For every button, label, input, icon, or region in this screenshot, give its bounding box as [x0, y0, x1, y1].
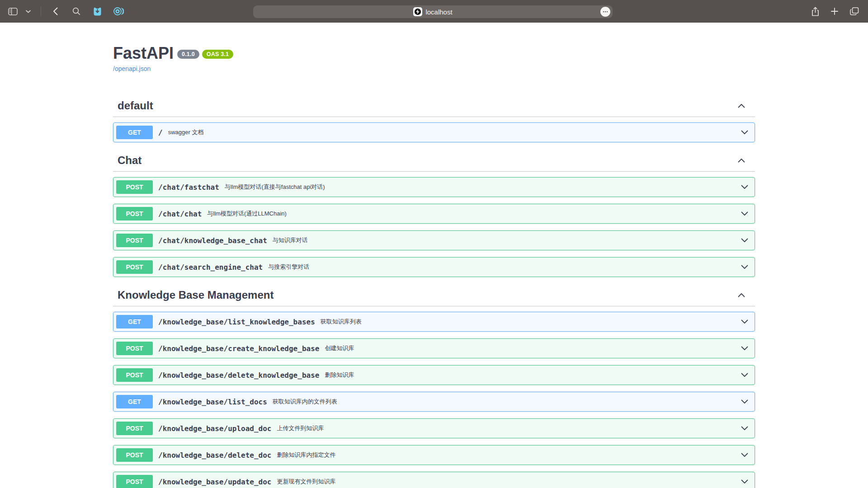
- endpoint-path: /knowledge_base/create_knowledge_base: [158, 344, 319, 353]
- share-button[interactable]: [811, 6, 820, 17]
- section-rows: POST /chat/fastchat 与llm模型对话(直接与fastchat…: [113, 172, 755, 277]
- endpoint-description: 删除知识库: [325, 371, 354, 379]
- endpoint-path: /knowledge_base/list_docs: [158, 398, 267, 406]
- chevron-down-icon: [741, 373, 748, 377]
- endpoint-row: POST /chat/knowledge_base_chat 与知识库对话: [113, 230, 755, 250]
- endpoint-row: POST /knowledge_base/upload_doc 上传文件到知识库: [113, 418, 755, 438]
- sidebar-toggle-icon: [8, 8, 18, 15]
- tab-overview-button[interactable]: [849, 6, 860, 16]
- chevron-down-icon: [741, 185, 748, 189]
- endpoint-description: 与搜索引擎对话: [268, 263, 309, 271]
- expand-endpoint-button[interactable]: [741, 479, 748, 484]
- tag-section: Knowledge Base Management GET /knowledge…: [113, 284, 755, 488]
- endpoint-path: /knowledge_base/upload_doc: [158, 424, 271, 433]
- endpoint-path: /knowledge_base/delete_knowledge_base: [158, 371, 319, 380]
- endpoint-description: 与知识库对话: [273, 236, 308, 244]
- chevron-down-icon: [26, 10, 31, 13]
- section-rows: GET / swagger 文档: [113, 117, 755, 142]
- method-badge: GET: [116, 126, 153, 139]
- expand-endpoint-button[interactable]: [741, 453, 748, 457]
- chevron-down-icon: [741, 319, 748, 324]
- tab-overview-icon: [850, 7, 859, 15]
- endpoint-row: GET / swagger 文档: [113, 122, 755, 142]
- expand-endpoint-button[interactable]: [741, 399, 748, 404]
- chevron-up-icon: [738, 103, 745, 108]
- chevron-down-icon: [741, 238, 748, 243]
- rings-extension-button[interactable]: [113, 6, 125, 17]
- download-extension-button[interactable]: [92, 6, 103, 17]
- fastapi-logo-icon: [414, 8, 421, 15]
- endpoint-description: 创建知识库: [325, 344, 354, 352]
- tag-section: Chat POST /chat/fastchat 与llm模型对话(直接与fas…: [113, 149, 755, 277]
- endpoint-summary[interactable]: POST /chat/knowledge_base_chat 与知识库对话: [113, 231, 755, 250]
- address-bar[interactable]: localhost: [253, 5, 613, 18]
- collapse-section-button[interactable]: [737, 292, 746, 298]
- endpoint-summary[interactable]: GET /knowledge_base/list_knowledge_bases…: [113, 312, 755, 331]
- api-sections: default GET / swagger 文档 Chat: [113, 94, 755, 488]
- section-title: default: [118, 99, 153, 112]
- endpoint-description: swagger 文档: [168, 128, 204, 136]
- endpoint-path: /chat/chat: [158, 210, 202, 218]
- chevron-down-icon: [741, 211, 748, 216]
- endpoint-summary[interactable]: GET / swagger 文档: [113, 123, 755, 142]
- endpoint-path: /knowledge_base/list_knowledge_bases: [158, 318, 315, 326]
- endpoint-summary[interactable]: POST /chat/search_engine_chat 与搜索引擎对话: [113, 258, 755, 277]
- page-title: FastAPI: [113, 44, 174, 62]
- section-title: Chat: [118, 154, 142, 167]
- section-header[interactable]: Knowledge Base Management: [113, 284, 755, 306]
- rings-extension-icon: [113, 7, 124, 16]
- method-badge: GET: [116, 395, 153, 408]
- endpoint-description: 获取知识库列表: [321, 318, 362, 326]
- chevron-down-icon: [741, 265, 748, 269]
- search-button[interactable]: [71, 6, 81, 16]
- method-badge: POST: [116, 422, 153, 435]
- endpoint-row: POST /chat/fastchat 与llm模型对话(直接与fastchat…: [113, 177, 755, 197]
- endpoint-row: POST /knowledge_base/delete_doc 删除知识库内指定…: [113, 445, 755, 465]
- endpoint-summary[interactable]: POST /chat/chat 与llm模型对话(通过LLMChain): [113, 204, 755, 223]
- expand-endpoint-button[interactable]: [741, 373, 748, 377]
- section-header[interactable]: default: [113, 94, 755, 117]
- endpoint-summary[interactable]: POST /knowledge_base/update_doc 更新现有文件到知…: [113, 472, 755, 488]
- collapse-section-button[interactable]: [737, 157, 746, 164]
- expand-endpoint-button[interactable]: [741, 319, 748, 324]
- endpoint-description: 与llm模型对话(直接与fastchat api对话): [225, 183, 325, 191]
- endpoint-path: /chat/knowledge_base_chat: [158, 236, 267, 245]
- tab-group-menu-button[interactable]: [25, 9, 32, 14]
- collapse-section-button[interactable]: [737, 103, 746, 109]
- browser-toolbar: localhost: [0, 0, 868, 23]
- endpoint-summary[interactable]: POST /knowledge_base/create_knowledge_ba…: [113, 339, 755, 358]
- endpoint-summary[interactable]: POST /knowledge_base/upload_doc 上传文件到知识库: [113, 419, 755, 438]
- oas-badge: OAS 3.1: [202, 50, 233, 59]
- page-settings-button[interactable]: [600, 7, 610, 17]
- plus-icon: [831, 8, 838, 15]
- endpoint-summary[interactable]: GET /knowledge_base/list_docs 获取知识库内的文件列…: [113, 392, 755, 411]
- endpoint-path: /chat/search_engine_chat: [158, 263, 263, 272]
- new-tab-button[interactable]: [830, 7, 839, 16]
- sidebar-toggle-button[interactable]: [7, 7, 19, 16]
- expand-endpoint-button[interactable]: [741, 346, 748, 351]
- method-badge: GET: [116, 315, 153, 328]
- endpoint-summary[interactable]: POST /knowledge_base/delete_doc 删除知识库内指定…: [113, 446, 755, 465]
- back-button[interactable]: [52, 6, 59, 16]
- endpoint-summary[interactable]: POST /chat/fastchat 与llm模型对话(直接与fastchat…: [113, 178, 755, 197]
- expand-endpoint-button[interactable]: [741, 265, 748, 269]
- openapi-json-link[interactable]: /openapi.json: [113, 65, 151, 73]
- expand-endpoint-button[interactable]: [741, 426, 748, 431]
- expand-endpoint-button[interactable]: [741, 238, 748, 243]
- endpoint-summary[interactable]: POST /knowledge_base/delete_knowledge_ba…: [113, 366, 755, 385]
- downloader-extension-icon: [93, 7, 102, 16]
- endpoint-path: /knowledge_base/update_doc: [158, 478, 271, 486]
- expand-endpoint-button[interactable]: [741, 130, 748, 135]
- method-badge: POST: [116, 448, 153, 462]
- expand-endpoint-button[interactable]: [741, 185, 748, 189]
- section-header[interactable]: Chat: [113, 149, 755, 172]
- method-badge: POST: [116, 234, 153, 247]
- endpoint-row: POST /chat/search_engine_chat 与搜索引擎对话: [113, 257, 755, 277]
- chevron-down-icon: [741, 479, 748, 484]
- chevron-down-icon: [741, 426, 748, 431]
- expand-endpoint-button[interactable]: [741, 211, 748, 216]
- method-badge: POST: [116, 207, 153, 221]
- endpoint-description: 更新现有文件到知识库: [277, 478, 335, 486]
- search-icon: [72, 7, 80, 15]
- url-text: localhost: [425, 8, 452, 16]
